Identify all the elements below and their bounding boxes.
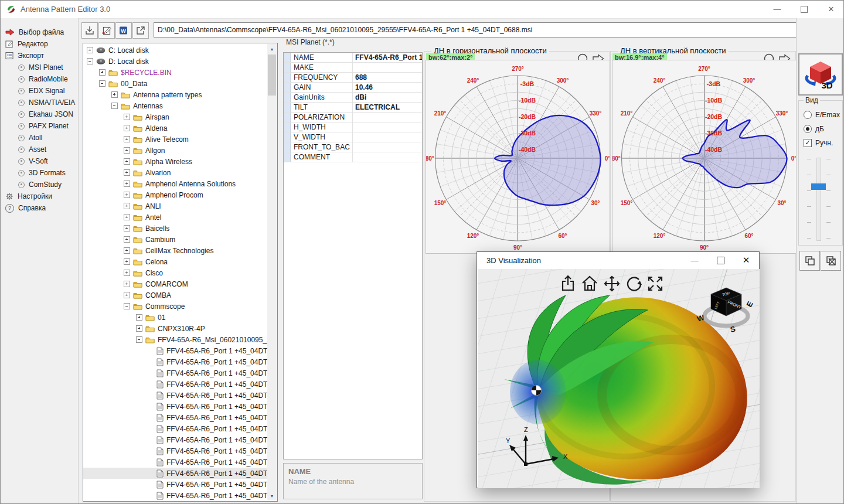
property-value[interactable] [353,113,422,122]
radio-icon[interactable] [804,111,812,119]
row-selector[interactable] [284,142,291,152]
view-option-дб[interactable]: дБ [799,122,842,136]
tree-file-item[interactable]: FFV4-65A-R6_Port 1 +45_04DT_0668.msi [83,434,267,445]
row-selector[interactable] [284,93,291,102]
tree-folder-item[interactable]: Cambium [83,234,267,245]
tree-file-item[interactable]: FFV4-65A-R6_Port 1 +45_04DT_0617.msi [83,345,267,356]
row-selector[interactable] [284,73,291,82]
expand-plus-icon[interactable] [87,47,93,53]
expand-plus-icon[interactable] [124,181,130,187]
sidebar-item-выбор-файла[interactable]: Выбор файла [1,26,78,38]
clear-copy-button[interactable] [821,251,841,271]
sidebar-item-настройки[interactable]: Настройки [1,190,78,202]
row-selector[interactable] [284,152,291,162]
tree-file-item[interactable]: FFV4-65A-R6_Port 1 +45_04DT_0655.msi [83,412,267,423]
sidebar-item-nsma-tia-eia[interactable]: NSMA/TIA/EIA [1,97,78,108]
tree-folder-item[interactable]: 00_Data [83,78,267,89]
tree-folder-item[interactable]: $RECYCLE.BIN [83,67,267,78]
expand-plus-icon[interactable] [124,214,130,220]
expand-plus-icon[interactable] [124,281,130,287]
expand-plus-icon[interactable] [124,125,130,131]
tree-file-item[interactable]: FFV4-65A-R6_Port 1 +45_04DT_0642.msi [83,390,267,401]
scale-slider-thumb[interactable] [811,183,826,190]
expand-plus-icon[interactable] [124,247,130,254]
expand-plus-icon[interactable] [124,258,130,265]
expand-plus-icon[interactable] [136,325,142,332]
3d-visualization-window[interactable]: 3D Visualization — ✕ [477,251,760,488]
tree-file-item[interactable]: FFV4-65A-R6_Port 1 +45_04DT_0623.msi [83,356,267,367]
row-selector[interactable] [284,63,291,72]
collapse-minus-icon[interactable] [124,303,130,309]
tree-folder-item[interactable]: D: Local disk [83,56,267,67]
close-button[interactable]: ✕ [818,1,844,18]
expand-plus-icon[interactable] [124,169,130,176]
view-option-e-emax[interactable]: E/Emax [799,108,842,122]
minimize-button[interactable]: — [764,1,791,18]
viz-export-icon[interactable] [559,275,577,292]
scale-slider-track[interactable] [816,158,821,241]
scrollbar-thumb[interactable] [268,55,276,96]
sidebar-item-3d-formats[interactable]: 3D Formats [1,167,78,179]
tree-folder-item[interactable]: ANLI [83,200,267,212]
sidebar-item-asset[interactable]: Asset [1,144,78,155]
collapse-minus-icon[interactable] [136,336,142,343]
expand-plus-icon[interactable] [124,225,130,231]
expand-plus-icon[interactable] [136,314,142,321]
sidebar-item-справка[interactable]: ?Справка [1,202,78,214]
row-selector[interactable] [284,122,291,132]
expand-plus-icon[interactable] [124,292,130,298]
sidebar-item-edx-signal[interactable]: EDX Signal [1,85,78,97]
row-selector[interactable] [284,83,291,92]
property-value[interactable]: dBi [353,93,422,102]
open-3d-button[interactable]: 3D [798,53,843,96]
file-path-input[interactable] [154,22,839,38]
collapse-minus-icon[interactable] [87,58,93,64]
sidebar-item-msi-planet[interactable]: MSI Planet [1,62,78,73]
open-external-button[interactable] [132,22,149,39]
expand-plus-icon[interactable] [124,158,130,165]
viz-viewport[interactable]: TOP FRONT LEFT W S E X Y Z [478,269,760,488]
view-option-ручн-[interactable]: ✓Ручн. [799,136,842,150]
sidebar-item-v-soft[interactable]: V-Soft [1,155,78,167]
sidebar-item-редактор[interactable]: Редактор [1,38,78,50]
scroll-up-icon[interactable]: ▲ [267,44,277,53]
tree-file-item[interactable]: FFV4-65A-R6_Port 1 +45_04DT_0698.msi [83,490,267,501]
expand-plus-icon[interactable] [124,192,130,198]
tree-file-item[interactable]: FFV4-65A-R6_Port 1 +45_04DT_0675.msi [83,445,267,457]
tree-file-item[interactable]: FFV4-65A-R6_Port 1 +45_04DT_0629.msi [83,367,267,379]
tree-folder-item[interactable]: FFV4-65A-R6_Msi_06021010095_29555 [83,334,267,345]
sidebar-item-atoll[interactable]: Atoll [1,132,78,144]
sidebar-item-pafx-planet[interactable]: PAFX Planet [1,120,78,132]
viz-home-icon[interactable] [581,275,598,292]
tree-folder-item[interactable]: Cisco [83,267,267,278]
tree-folder-item[interactable]: CNPX310R-4P [83,323,267,334]
tree-folder-item[interactable]: Baicells [83,223,267,234]
viz-pan-icon[interactable] [603,275,621,292]
row-selector[interactable] [284,132,291,142]
tree-folder-item[interactable]: Alpha Wireless [83,156,267,167]
tree-file-item[interactable]: FFV4-65A-R6_Port 1 +45_04DT_0694.msi [83,479,267,490]
viz-close-button[interactable]: ✕ [733,252,759,268]
tree-folder-item[interactable]: 01 [83,312,267,323]
property-value[interactable] [353,122,422,132]
tree-file-item[interactable]: FFV4-65A-R6_Port 1 +45_04DT_0636.msi [83,379,267,390]
tree-folder-item[interactable]: COMARCOM [83,278,267,290]
word-export-button[interactable]: W [115,22,132,39]
expand-plus-icon[interactable] [124,114,130,120]
property-value[interactable] [353,152,422,162]
collapse-minus-icon[interactable] [99,80,106,87]
tree-folder-item[interactable]: Alive Telecom [83,134,267,145]
new-edit-button[interactable] [98,22,115,39]
viz-minimize-button[interactable]: — [682,252,707,268]
tree-file-item[interactable]: FFV4-65A-R6_Port 1 +45_04DT_0649.msi [83,401,267,412]
viz-maximize-button[interactable] [707,252,733,268]
tree-scrollbar[interactable]: ▲ ▼ [267,44,277,500]
tree-folder-item[interactable]: Antel [83,212,267,223]
tree-file-item[interactable]: FFV4-65A-R6_Port 1 +45_04DT_0681.msi [83,457,267,468]
expand-plus-icon[interactable] [124,270,130,276]
sidebar-item-comstudy[interactable]: ComStudy [1,179,78,190]
expand-plus-icon[interactable] [124,203,130,209]
tree-folder-item[interactable]: Amphenol Procom [83,189,267,200]
collapse-minus-icon[interactable] [111,103,118,109]
sidebar-item-экспорт[interactable]: Экспорт [1,50,78,62]
